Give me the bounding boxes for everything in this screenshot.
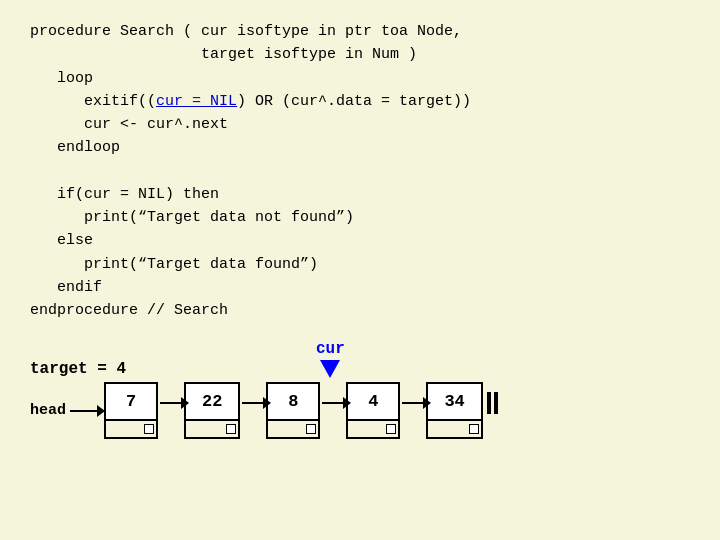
cur-text: cur: [316, 340, 345, 358]
node-3-box: 8: [266, 382, 320, 439]
node-3-next: [268, 421, 318, 437]
node-5-next: [428, 421, 480, 437]
code-line-5: cur <- cur^.next: [30, 113, 690, 136]
nodes-row: head 7 22: [30, 382, 690, 439]
head-label: head: [30, 402, 66, 419]
code-line-3: loop: [30, 67, 690, 90]
main-container: procedure Search ( cur isoftype in ptr t…: [0, 0, 720, 540]
node-4-value: 4: [348, 384, 398, 421]
highlight-cur-nil: cur = NIL: [156, 93, 237, 110]
node-2: 22: [184, 382, 240, 439]
connector-1: [160, 402, 182, 420]
head-arrow-icon: [70, 410, 98, 412]
code-line-9: print(“Target data not found”): [30, 206, 690, 229]
node-1-box: 7: [104, 382, 158, 439]
node-5-box: 34: [426, 382, 482, 439]
node-5-value: 34: [428, 384, 480, 421]
code-line-10: else: [30, 229, 690, 252]
code-line-6: endloop: [30, 136, 690, 159]
node-1: 7: [104, 382, 158, 439]
diagram-top-row: target = 4 cur: [30, 340, 690, 378]
code-line-4: exitif((cur = NIL) OR (cur^.data = targe…: [30, 90, 690, 113]
node-1-value: 7: [106, 384, 156, 421]
node-1-next: [106, 421, 156, 437]
code-line-11: print(“Target data found”): [30, 253, 690, 276]
connector-4: [402, 402, 424, 420]
node-4-next: [348, 421, 398, 437]
code-line-1: procedure Search ( cur isoftype in ptr t…: [30, 20, 690, 43]
connector-3: [322, 402, 344, 420]
diagram-section: target = 4 cur head 7: [30, 340, 690, 439]
node-4-box: 4: [346, 382, 400, 439]
cur-indicator: cur: [316, 340, 345, 378]
node-3: 8: [266, 382, 320, 439]
node-2-next: [186, 421, 238, 437]
code-line-12: endif: [30, 276, 690, 299]
code-line-8: if(cur = NIL) then: [30, 183, 690, 206]
connector-2: [242, 402, 264, 420]
cur-arrow-icon: [320, 360, 340, 378]
node-3-value: 8: [268, 384, 318, 421]
node-2-box: 22: [184, 382, 240, 439]
null-marker: [487, 392, 498, 430]
code-line-13: endprocedure // Search: [30, 299, 690, 322]
code-line-2: target isoftype in Num ): [30, 43, 690, 66]
code-block: procedure Search ( cur isoftype in ptr t…: [30, 20, 690, 322]
node-4: 4: [346, 382, 400, 439]
code-line-7: [30, 160, 690, 183]
node-5: 34: [426, 382, 482, 439]
target-label: target = 4: [30, 360, 250, 378]
node-2-value: 22: [186, 384, 238, 421]
